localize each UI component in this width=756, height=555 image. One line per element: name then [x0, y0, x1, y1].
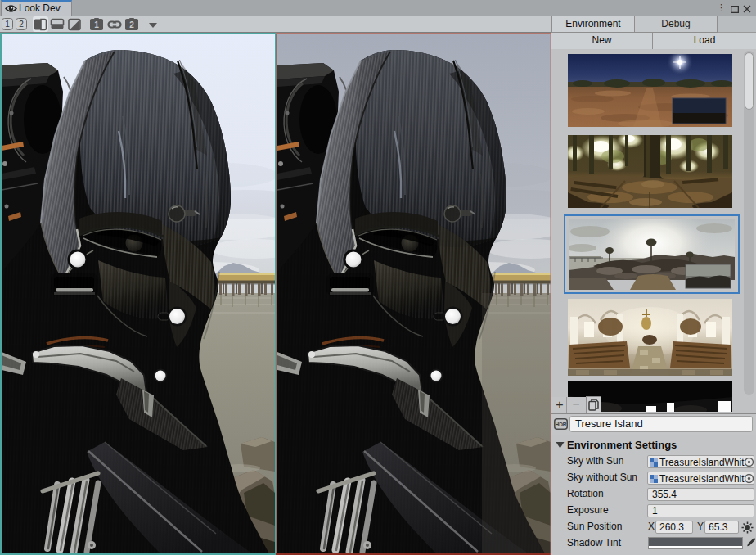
- svg-text:2: 2: [19, 20, 24, 29]
- svg-text:1: 1: [94, 20, 99, 29]
- svg-text:1: 1: [5, 20, 10, 29]
- svg-text:2: 2: [129, 20, 134, 29]
- svg-text:HDR: HDR: [555, 422, 566, 427]
